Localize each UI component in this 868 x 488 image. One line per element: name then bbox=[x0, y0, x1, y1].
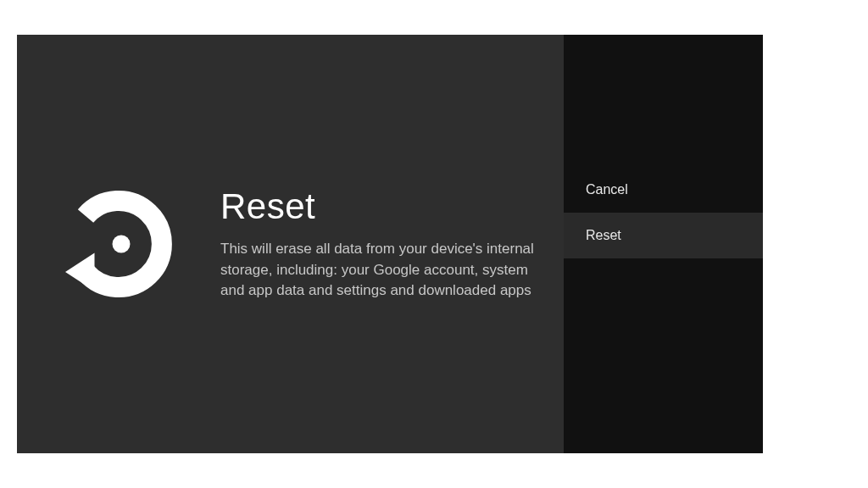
svg-point-1 bbox=[113, 236, 131, 253]
option-reset[interactable]: Reset bbox=[564, 213, 763, 258]
page-description: This will erase all data from your devic… bbox=[220, 239, 534, 302]
option-cancel[interactable]: Cancel bbox=[564, 167, 763, 213]
outer-frame: Reset This will erase all data from your… bbox=[0, 0, 868, 488]
option-label: Cancel bbox=[586, 182, 628, 197]
side-pane: Cancel Reset bbox=[564, 35, 763, 453]
content-pane: Reset This will erase all data from your… bbox=[17, 35, 564, 453]
restore-icon bbox=[55, 180, 182, 308]
svg-marker-0 bbox=[65, 253, 95, 291]
option-label: Reset bbox=[586, 228, 621, 243]
device-screen: Reset This will erase all data from your… bbox=[17, 35, 763, 453]
page-title: Reset bbox=[220, 186, 534, 227]
content-text: Reset This will erase all data from your… bbox=[220, 186, 534, 302]
